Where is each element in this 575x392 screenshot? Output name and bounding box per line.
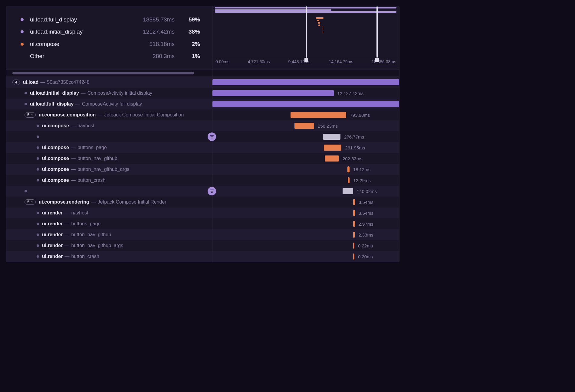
span-bar[interactable] bbox=[212, 101, 399, 107]
span-bar[interactable] bbox=[353, 199, 355, 205]
span-bar[interactable] bbox=[347, 166, 350, 172]
span-row[interactable] bbox=[6, 131, 212, 142]
child-count-badge[interactable]: 4 bbox=[12, 80, 20, 85]
span-row[interactable]: ui.compose—navhost bbox=[6, 120, 212, 131]
span-bar-row[interactable]: 276.77ms bbox=[212, 131, 399, 142]
mini-chart-span bbox=[318, 24, 320, 26]
span-desc: button_nav_github_args bbox=[71, 243, 123, 248]
span-bar-row[interactable]: 3.54ms bbox=[212, 207, 399, 218]
span-op: ui.compose.composition bbox=[39, 112, 96, 118]
span-duration-label: 0.22ms bbox=[358, 243, 373, 248]
span-bar[interactable] bbox=[323, 134, 340, 140]
horizontal-scrollbar-thumb[interactable] bbox=[12, 72, 194, 74]
mini-chart-marker[interactable] bbox=[306, 6, 307, 58]
span-desc: ComposeActivity full display bbox=[82, 101, 142, 107]
child-count-badge[interactable]: 5⌃ bbox=[25, 199, 36, 205]
span-row[interactable]: ui.render—buttons_page bbox=[6, 218, 212, 229]
span-bar[interactable] bbox=[291, 112, 346, 118]
span-bar[interactable] bbox=[212, 79, 399, 85]
span-row[interactable]: ui.render—navhost bbox=[6, 207, 212, 218]
span-row[interactable]: ui.load.full_display—ComposeActivity ful… bbox=[6, 99, 212, 109]
span-bar-row[interactable]: 18.12ms bbox=[212, 164, 399, 175]
horizontal-scrollbar[interactable] bbox=[6, 70, 212, 77]
filter-icon[interactable] bbox=[208, 132, 216, 141]
legend-color-dot bbox=[21, 55, 24, 58]
span-bar[interactable] bbox=[325, 155, 339, 162]
span-bar-row[interactable] bbox=[212, 77, 399, 88]
span-bar-row[interactable]: 2.97ms bbox=[212, 218, 399, 229]
mini-chart-marker[interactable] bbox=[376, 6, 378, 58]
legend-name: ui.compose bbox=[30, 39, 145, 49]
span-node-dot bbox=[37, 136, 39, 138]
span-bar-row[interactable]: 12,127.42ms bbox=[212, 88, 399, 99]
legend-time: 12127.42ms bbox=[143, 27, 178, 37]
span-bar[interactable] bbox=[353, 232, 355, 238]
filter-icon[interactable] bbox=[208, 187, 216, 195]
legend-time: 280.3ms bbox=[153, 51, 178, 61]
span-bar[interactable] bbox=[353, 253, 354, 260]
span-op: ui.load.full_display bbox=[30, 101, 74, 107]
span-bar-row[interactable]: 0.22ms bbox=[212, 240, 399, 251]
legend-row[interactable]: Other 280.3ms 1% bbox=[18, 50, 200, 62]
span-desc: navhost bbox=[71, 210, 88, 216]
span-node-dot bbox=[37, 234, 39, 236]
span-row[interactable]: ui.compose—button_nav_github bbox=[6, 153, 212, 164]
span-bar[interactable] bbox=[343, 188, 353, 194]
span-separator: — bbox=[64, 254, 69, 259]
span-bar-row[interactable] bbox=[212, 99, 399, 109]
span-bar[interactable] bbox=[353, 221, 355, 227]
span-row[interactable]: ui.load.initial_display—ComposeActivity … bbox=[6, 88, 212, 99]
span-bar[interactable] bbox=[353, 210, 355, 216]
span-row[interactable]: ui.compose—button_crash bbox=[6, 175, 212, 186]
span-row[interactable]: 4 ui.load—50aa7350cc474248 bbox=[6, 77, 212, 88]
span-row[interactable]: ui.render—button_crash bbox=[6, 251, 212, 262]
span-bar-row[interactable]: 12.29ms bbox=[212, 175, 399, 186]
span-op: ui.compose bbox=[42, 167, 69, 172]
span-desc: navhost bbox=[77, 123, 94, 129]
span-bar[interactable] bbox=[324, 145, 341, 151]
span-op: ui.compose bbox=[42, 123, 69, 129]
span-duration-label: 12,127.42ms bbox=[337, 91, 364, 96]
span-duration-label: 2.97ms bbox=[359, 221, 373, 227]
legend-row[interactable]: ui.compose 518.18ms 2% bbox=[18, 38, 200, 50]
span-row[interactable]: 5⌃ ui.compose.rendering—Jetpack Compose … bbox=[6, 197, 212, 207]
span-bar[interactable] bbox=[294, 123, 314, 129]
span-bar-row[interactable]: 0.20ms bbox=[212, 251, 399, 262]
legend-color-dot bbox=[21, 18, 24, 21]
span-desc: Jetpack Compose Initial Composition bbox=[104, 112, 184, 118]
span-node-dot bbox=[37, 244, 39, 247]
span-duration-label: 18.12ms bbox=[353, 167, 371, 172]
span-row[interactable] bbox=[6, 186, 212, 197]
span-bar-row[interactable]: 140.02ms bbox=[212, 186, 399, 197]
span-bar-row[interactable]: 3.54ms bbox=[212, 197, 399, 207]
horizontal-scroll-row bbox=[6, 70, 399, 77]
span-row[interactable]: ui.compose—buttons_page bbox=[6, 142, 212, 153]
span-node-dot bbox=[37, 168, 39, 171]
span-row[interactable]: 5⌃ ui.compose.composition—Jetpack Compos… bbox=[6, 109, 212, 120]
span-desc: button_crash bbox=[71, 254, 99, 259]
span-bar[interactable] bbox=[348, 177, 350, 183]
span-row[interactable]: ui.compose—button_nav_github_args bbox=[6, 164, 212, 175]
span-bar-row[interactable]: 202.63ms bbox=[212, 153, 399, 164]
span-bar-row[interactable]: 256.23ms bbox=[212, 120, 399, 131]
span-bar[interactable] bbox=[212, 90, 334, 96]
span-row[interactable]: ui.render—button_nav_github_args bbox=[6, 240, 212, 251]
span-bar-row[interactable]: 793.98ms bbox=[212, 109, 399, 120]
span-bar[interactable] bbox=[353, 243, 354, 249]
span-op: ui.render bbox=[42, 243, 63, 248]
span-op: ui.compose bbox=[42, 145, 69, 150]
span-desc: Jetpack Compose Initial Render bbox=[98, 199, 166, 205]
mini-chart-span bbox=[317, 20, 319, 21]
legend-row[interactable]: ui.load.full_display 18885.73ms 59% bbox=[18, 14, 200, 26]
span-row[interactable]: ui.render—button_nav_github bbox=[6, 229, 212, 240]
span-duration-label: 202.63ms bbox=[343, 156, 363, 161]
legend-row[interactable]: ui.load.initial_display 12127.42ms 38% bbox=[18, 26, 200, 38]
span-op: ui.compose.rendering bbox=[39, 199, 89, 205]
span-op: ui.compose bbox=[42, 156, 69, 161]
span-node-dot bbox=[37, 179, 39, 181]
legend-time: 18885.73ms bbox=[143, 15, 178, 24]
mini-chart[interactable]: 0.00ms4,721.60ms9,443.19ms14,164.79ms18,… bbox=[212, 6, 399, 70]
span-bar-row[interactable]: 2.33ms bbox=[212, 229, 399, 240]
child-count-badge[interactable]: 5⌃ bbox=[25, 112, 36, 118]
span-bar-row[interactable]: 261.95ms bbox=[212, 142, 399, 153]
